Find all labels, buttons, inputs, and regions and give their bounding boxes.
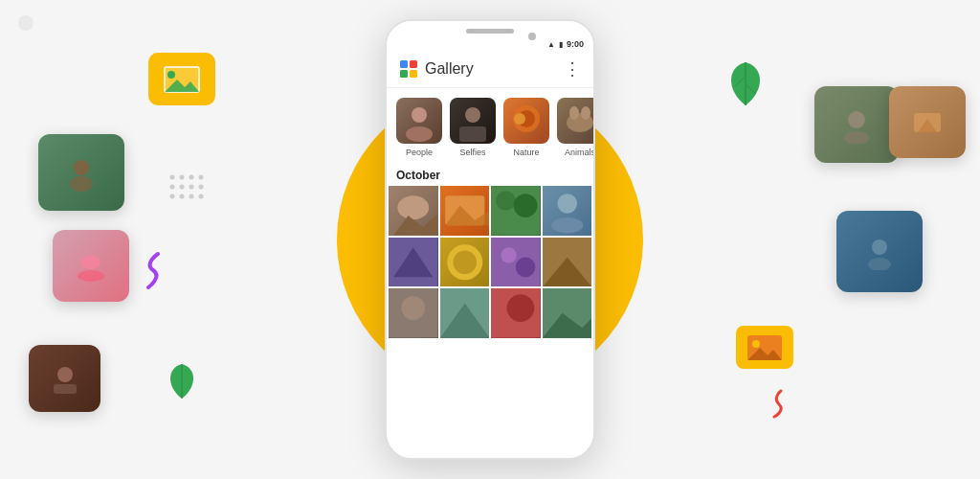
floating-photo-2: [53, 230, 129, 302]
svg-rect-39: [400, 70, 408, 78]
svg-point-41: [412, 107, 427, 123]
image-card-icon-2: [746, 334, 783, 361]
svg-point-74: [506, 294, 534, 322]
grid-photo-6[interactable]: [440, 238, 490, 287]
category-people-label: People: [406, 148, 433, 157]
phone-status-bar: ▲ ▮ 9:00: [387, 37, 593, 51]
svg-point-23: [81, 256, 100, 269]
grid-photo-2[interactable]: [440, 186, 490, 236]
svg-point-5: [170, 175, 175, 180]
floating-photo-3: [29, 345, 100, 412]
battery-icon: ▮: [559, 40, 563, 49]
svg-point-12: [199, 185, 204, 190]
category-people-thumb: [396, 98, 442, 144]
google-logo: [17, 14, 34, 35]
categories-row: People Selfies Nature Animals: [387, 88, 593, 163]
grid-photo-7[interactable]: [491, 238, 541, 287]
grid-photo-12[interactable]: [543, 288, 592, 338]
svg-point-43: [465, 107, 480, 123]
svg-point-51: [397, 195, 429, 219]
grid-photo-9[interactable]: [389, 288, 438, 338]
grid-photo-4[interactable]: [543, 186, 592, 236]
more-options-icon[interactable]: ⋮: [564, 58, 582, 80]
svg-point-36: [18, 15, 33, 31]
svg-point-49: [569, 106, 579, 120]
gallery-logo-icon: [398, 58, 419, 80]
svg-rect-37: [400, 60, 408, 68]
grid-photo-8[interactable]: [543, 238, 592, 287]
svg-point-30: [868, 258, 891, 270]
dot-grid-decoration: [167, 172, 225, 234]
svg-point-27: [848, 111, 865, 128]
floating-photo-6: [889, 86, 966, 158]
grid-photo-3[interactable]: [491, 186, 541, 236]
category-selfies-thumb: [450, 98, 496, 144]
svg-point-24: [78, 270, 104, 282]
svg-rect-38: [410, 60, 417, 68]
image-icon-card-2: [736, 326, 793, 369]
svg-point-10: [180, 185, 185, 190]
photo-grid: [387, 186, 593, 338]
svg-point-42: [406, 126, 433, 142]
svg-point-63: [453, 250, 477, 274]
svg-point-57: [514, 194, 538, 217]
floating-photo-4: [814, 86, 899, 163]
svg-point-22: [70, 176, 93, 192]
svg-point-14: [180, 194, 185, 199]
svg-point-28: [844, 131, 869, 144]
svg-point-58: [557, 194, 577, 214]
image-icon-card: [148, 53, 215, 105]
grid-photo-10[interactable]: [440, 288, 490, 338]
svg-rect-44: [459, 126, 486, 142]
svg-point-7: [189, 175, 194, 180]
phone-mockup: ▲ ▮ 9:00 Gallery ⋮ People: [385, 19, 595, 460]
svg-point-3: [167, 71, 175, 79]
svg-point-15: [189, 194, 194, 199]
svg-point-56: [496, 191, 516, 211]
grid-photo-1[interactable]: [389, 186, 438, 236]
svg-point-11: [189, 185, 194, 190]
grid-photo-11[interactable]: [491, 288, 541, 338]
category-people[interactable]: People: [396, 98, 442, 157]
svg-point-59: [551, 217, 583, 233]
app-title: Gallery: [425, 60, 474, 78]
svg-point-16: [199, 194, 204, 199]
image-card-icon: [162, 64, 202, 95]
s-curve-purple: [139, 249, 167, 292]
leaf-decoration-top-right: [722, 57, 769, 110]
svg-point-34: [752, 340, 760, 348]
svg-point-29: [872, 240, 887, 255]
floating-photo-5: [836, 211, 923, 292]
svg-point-66: [516, 257, 536, 277]
category-nature[interactable]: Nature: [503, 98, 549, 157]
grid-photo-5[interactable]: [389, 238, 438, 287]
svg-rect-26: [54, 384, 77, 394]
category-selfies-label: Selfies: [459, 148, 485, 157]
phone-speaker: [466, 29, 514, 34]
category-animals-label: Animals: [565, 148, 593, 157]
leaf-decoration-bottom-left: [163, 360, 201, 402]
svg-point-9: [170, 185, 175, 190]
app-bar: Gallery ⋮: [387, 51, 593, 88]
svg-point-47: [514, 113, 525, 125]
category-animals-thumb: [557, 98, 593, 144]
category-nature-label: Nature: [513, 148, 539, 157]
s-curve-pink: [769, 388, 789, 422]
signal-icon: ▲: [547, 40, 555, 49]
svg-point-70: [401, 296, 425, 320]
phone-camera: [528, 33, 536, 40]
svg-point-25: [57, 367, 73, 382]
section-october-label: October: [387, 163, 593, 186]
svg-point-13: [170, 194, 175, 199]
svg-point-8: [199, 175, 204, 180]
time-display: 9:00: [567, 39, 584, 49]
category-animals[interactable]: Animals: [557, 98, 593, 157]
category-selfies[interactable]: Selfies: [450, 98, 496, 157]
svg-point-21: [74, 160, 89, 175]
svg-rect-40: [410, 70, 417, 78]
app-logo: Gallery: [398, 58, 474, 80]
svg-point-50: [581, 106, 590, 120]
svg-point-65: [501, 247, 516, 262]
svg-point-6: [180, 175, 185, 180]
category-nature-thumb: [503, 98, 549, 144]
